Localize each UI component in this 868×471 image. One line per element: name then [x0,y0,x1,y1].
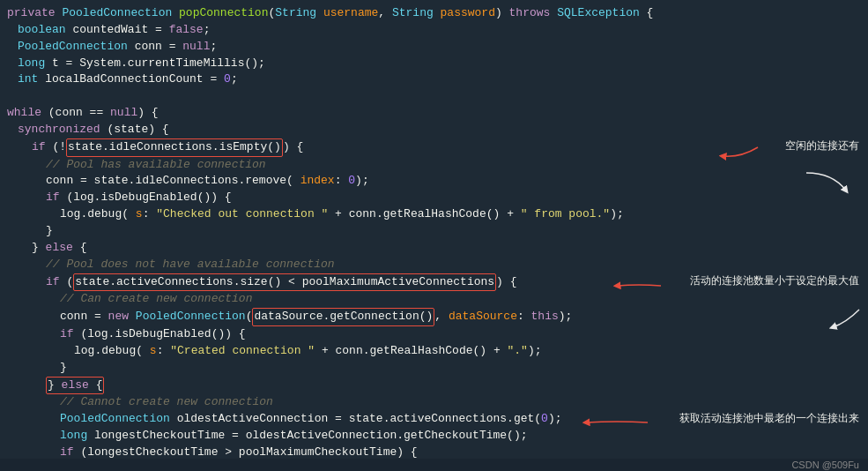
code-line-23: } else { [0,377,868,395]
comment-no-avail: // Pool does not have available connecti… [46,257,335,273]
code-line-8: synchronized (state) { [0,122,868,138]
var-countedwait: countedWait = [72,22,168,39]
paren8: ); [548,411,562,428]
str-dot: "." [508,343,528,360]
log-debug2: (log.isDebugEnabled()) { [80,326,245,343]
brace-else2b: { [96,378,103,392]
type-string2: String [392,5,441,22]
code-line-20: if (log.isDebugEnabled()) { [0,326,868,343]
kw-new: new [108,309,136,325]
code-line-4: long t = System.currentTimeMillis(); [0,56,868,72]
brace-open1: { [647,5,654,22]
paren-close2: ); [355,173,369,190]
comma-ds: , [434,309,449,325]
param-index: index [300,173,335,190]
kw-else2: else [62,378,96,392]
active-conn-check: state.activeConnections.size() < poolMax… [75,275,494,288]
var-oldest: oldestActiveConnection = state.activeCon… [177,411,541,428]
kw-else1: else [46,240,80,257]
colon-ds: : [517,309,531,325]
colon-index: : [335,173,349,190]
plus-conn: + conn.getRealHashCode() + [328,206,520,223]
comment-pool-avail: // Pool has available connection [46,157,266,174]
var-t: t = System.currentTimeMillis(); [52,56,265,72]
code-line-19: conn = new PooledConnection(dataSource.g… [0,308,868,326]
code-line-13: log.debug( s: "Checked out connection " … [0,206,868,223]
log-debug-call1: log.debug( [60,206,136,223]
sync-state: (state) { [107,122,168,138]
kw-synchronized: synchronized [18,122,107,138]
param-ds: dataSource [449,309,517,325]
annotation-oldest: 获取活动连接池中最老的一个连接出来 [679,411,859,426]
var-conn: conn = [135,39,183,56]
kw-if1: if [32,139,52,156]
paren7: ); [528,343,542,360]
conn-new: conn = [60,309,108,325]
footer-bar: CSDN @509Fu [0,459,868,471]
keyword-throws: throws [509,5,558,22]
code-line-15: } else { [0,240,868,257]
kw-if4: if [60,326,80,343]
datasource-getconn: dataSource.getConnection() [254,310,433,323]
paren-close: ) [495,5,509,22]
while-cond: (conn == [48,105,110,122]
keyword-private: private [7,5,62,22]
code-line-5: int localBadConnectionCount = 0; [0,71,868,88]
kw-this: this [531,309,559,325]
paren-close3: ); [610,206,624,223]
brace-close1: } [46,223,53,240]
colon-s2: : [157,343,171,360]
param-username: username [323,5,378,22]
red-box-activeconn: state.activeConnections.size() < poolMax… [73,273,496,292]
kw-if2: if [46,190,66,206]
paren5: ( [246,309,253,325]
num-0a: 0 [224,71,231,88]
type-string1: String [275,5,323,22]
type-pooledconn: PooledConnection [62,5,179,22]
kw-while: while [7,105,48,122]
paren1: ( [52,139,59,156]
code-line-3: PooledConnection conn = null; [0,39,868,56]
red-box-else: } else { [46,377,104,395]
log-debug1: (log.isDebugEnabled()) { [66,190,231,206]
fn-popconnection: popConnection [179,5,268,22]
semi2: ; [210,39,217,56]
val-null1: null [182,39,210,56]
plus-conn2: + conn.getRealHashCode() + [315,343,507,360]
kw-if3: if [46,274,66,291]
paren6: ); [559,309,573,325]
log-debug-call2: log.debug( [74,343,150,360]
num-0c: 0 [541,411,548,428]
while-brace: ) { [137,105,158,122]
comma1: , [378,5,392,22]
code-editor: private PooledConnection popConnection(S… [0,0,868,459]
red-box-datasource: dataSource.getConnection() [252,308,434,326]
str-checked-out: "Checked out connection " [156,206,328,223]
kw-long2: long [60,428,94,445]
code-line-10: // Pool has available connection [0,157,868,174]
brace-close2: } [60,360,67,377]
semi3: ; [231,71,238,88]
kw-long: long [18,56,52,72]
code-line-12: if (log.isDebugEnabled()) { [0,190,868,206]
code-line-14: } [0,223,868,240]
paren-open: ( [268,5,275,22]
paren3: ( [66,274,73,291]
code-line-16: // Pool does not have available connecti… [0,257,868,273]
conn-assign: conn = state.idleConnections.remove( [46,173,300,190]
annotation-active: 活动的连接池数量小于设定的最大值 [690,273,859,288]
num-0b: 0 [348,173,355,190]
type-pooledconn4: PooledConnection [60,411,177,428]
val-null2: null [110,105,137,122]
comment-cannot-create: // Cannot create new connection [60,394,273,411]
code-line-7: while (conn == null) { [0,105,868,122]
val-false: false [169,22,204,39]
type-pooledconn2: PooledConnection [18,39,135,56]
code-line-2: boolean countedWait = false; [0,22,868,39]
footer-credit: CSDN @509Fu [791,460,859,470]
code-line-17: if (state.activeConnections.size() < poo… [0,273,868,292]
paren4: ) { [496,274,516,291]
var-longest: longestCheckoutTime = oldestActiveConnec… [94,428,527,445]
str-created-conn: "Created connection " [170,343,315,360]
brace-else1b: { [80,240,87,257]
